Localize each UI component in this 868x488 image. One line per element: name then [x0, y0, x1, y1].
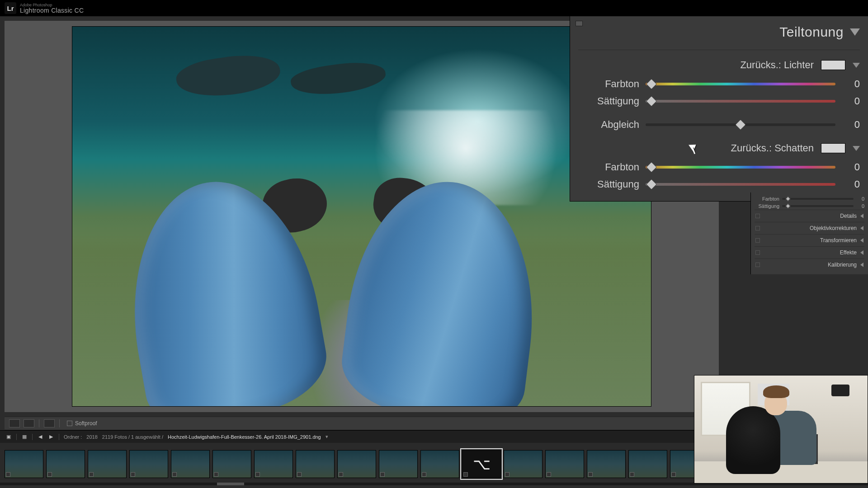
thumbnail-badge-icon [463, 472, 468, 477]
filmstrip-thumbnail[interactable] [628, 450, 667, 478]
shadows-disclosure-icon[interactable] [853, 146, 860, 151]
section-effects[interactable]: Effekte [755, 246, 864, 258]
highlights-hue-value[interactable]: 0 [842, 78, 860, 90]
thumbnail-badge-icon [89, 472, 94, 477]
balance-value[interactable]: 0 [842, 119, 860, 131]
app-name-label: Lightroom Classic CC [20, 7, 84, 14]
filmstrip-thumbnail[interactable] [337, 450, 376, 478]
webcam-overlay [694, 375, 868, 483]
folder-label: Ordner : [64, 434, 82, 440]
section-transform[interactable]: Transformieren [755, 234, 864, 246]
thumbnail-badge-icon [671, 472, 676, 477]
shadows-hue-label: Farbton [578, 161, 639, 173]
panel-title: Teiltonung [779, 24, 844, 40]
balance-label: Abgleich [578, 119, 639, 131]
softproof-label: Softproof [75, 420, 97, 427]
thumbnail-badge-icon [47, 472, 52, 477]
section-lens-corrections[interactable]: Objektivkorrekturen [755, 222, 864, 234]
shadows-hue-value[interactable]: 0 [842, 161, 860, 173]
chevron-left-icon [860, 263, 863, 267]
highlights-sat-slider[interactable] [646, 97, 835, 106]
mini-sat-slider[interactable] [782, 205, 854, 207]
grid-view-icon[interactable]: ▦ [21, 434, 28, 440]
mini-sat-label: Sättigung [755, 203, 779, 209]
folder-year[interactable]: 2018 [86, 434, 97, 440]
filmstrip-thumbnail[interactable] [296, 450, 335, 478]
thumbnail-badge-icon [547, 472, 551, 477]
filmstrip-thumbnail[interactable] [212, 450, 251, 478]
filmstrip-thumbnail[interactable] [545, 450, 584, 478]
highlights-reset-label[interactable]: Zurücks.: Lichter [740, 59, 814, 71]
chevron-left-icon [860, 214, 863, 218]
photo-count-text: 2119 Fotos / 1 ausgewählt / [102, 434, 163, 440]
thumbnail-badge-icon [339, 472, 343, 477]
highlights-header: Zurücks.: Lichter [578, 56, 860, 75]
thumbnail-badge-icon [380, 472, 385, 477]
filmstrip-thumbnail[interactable] [254, 450, 293, 478]
thumbnail-badge-icon [255, 472, 260, 477]
filmstrip-thumbnail[interactable] [171, 450, 210, 478]
mouse-cursor-icon [690, 142, 699, 155]
thumbnail-badge-icon [505, 472, 509, 477]
shadows-color-swatch[interactable] [821, 143, 845, 153]
highlights-color-swatch[interactable] [821, 60, 845, 70]
shadows-reset-label[interactable]: Zurücks.: Schatten [731, 142, 814, 154]
preview-image[interactable] [72, 27, 651, 406]
chevron-left-icon [860, 226, 863, 230]
filmstrip-thumbnail[interactable] [46, 450, 85, 478]
view-compare-button[interactable] [44, 419, 55, 427]
nav-back-icon[interactable]: ◀ [37, 434, 43, 440]
view-before-after-button[interactable] [24, 419, 34, 427]
app-logo: Lr [5, 2, 16, 14]
filmstrip-thumbnail[interactable]: ⌥ [462, 450, 501, 478]
shadows-sat-slider[interactable] [646, 180, 835, 189]
thumbnail-badge-icon [422, 472, 426, 477]
current-filename: Hochzeit-Ludwigshafen-Full-Benkesser-26.… [168, 434, 321, 440]
right-panel-dock: Farbton 0 Sättigung 0 Details Objektivko… [750, 192, 868, 274]
thumbnail-badge-icon [131, 472, 135, 477]
shadows-header: Zurücks.: Schatten [578, 140, 860, 159]
filmstrip-thumbnail[interactable] [420, 450, 459, 478]
mini-hue-label: Farbton [755, 196, 779, 202]
mini-hue-slider[interactable] [782, 198, 854, 200]
mini-sat-value[interactable]: 0 [856, 203, 864, 209]
chevron-left-icon [860, 250, 863, 255]
filmstrip-thumbnail[interactable] [88, 450, 127, 478]
filmstrip-thumbnail[interactable] [5, 450, 43, 478]
balance-slider[interactable] [646, 120, 835, 129]
split-toning-panel: Teiltonung Zurücks.: Lichter Farbton 0 S… [570, 16, 868, 202]
second-monitor-icon[interactable]: ▣ [5, 434, 12, 440]
softproof-checkbox[interactable] [67, 421, 72, 426]
filmstrip-thumbnail[interactable] [504, 450, 542, 478]
highlights-hue-label: Farbton [578, 78, 639, 90]
filmstrip-thumbnail[interactable] [379, 450, 418, 478]
highlights-sat-label: Sättigung [578, 95, 639, 107]
highlights-sat-value[interactable]: 0 [842, 95, 860, 107]
app-titlebar: Lr Adobe Photoshop Lightroom Classic CC [0, 0, 868, 16]
shadows-hue-slider[interactable] [646, 163, 835, 172]
panel-collapse-icon[interactable] [850, 28, 860, 36]
filmstrip-thumbnail[interactable] [587, 450, 626, 478]
highlights-disclosure-icon[interactable] [853, 63, 860, 68]
mini-hue-value[interactable]: 0 [856, 196, 864, 202]
thumbnail-badge-icon [172, 472, 177, 477]
selected-glyph: ⌥ [462, 450, 500, 478]
panel-dock-icon[interactable] [576, 21, 583, 26]
thumbnail-badge-icon [6, 472, 10, 477]
thumbnail-badge-icon [214, 472, 218, 477]
chevron-left-icon [860, 238, 863, 243]
shadows-sat-value[interactable]: 0 [842, 178, 860, 190]
nav-forward-icon[interactable]: ▶ [48, 434, 54, 440]
section-details[interactable]: Details [755, 210, 864, 222]
thumbnail-badge-icon [630, 472, 634, 477]
filmstrip-thumbnail[interactable] [129, 450, 168, 478]
thumbnail-badge-icon [588, 472, 593, 477]
view-toolbar: Softproof [5, 417, 719, 430]
section-calibration[interactable]: Kalibrierung [755, 258, 864, 271]
view-loupe-button[interactable] [9, 419, 20, 427]
thumbnail-badge-icon [297, 472, 302, 477]
shadows-sat-label: Sättigung [578, 178, 639, 190]
highlights-hue-slider[interactable] [646, 80, 835, 89]
